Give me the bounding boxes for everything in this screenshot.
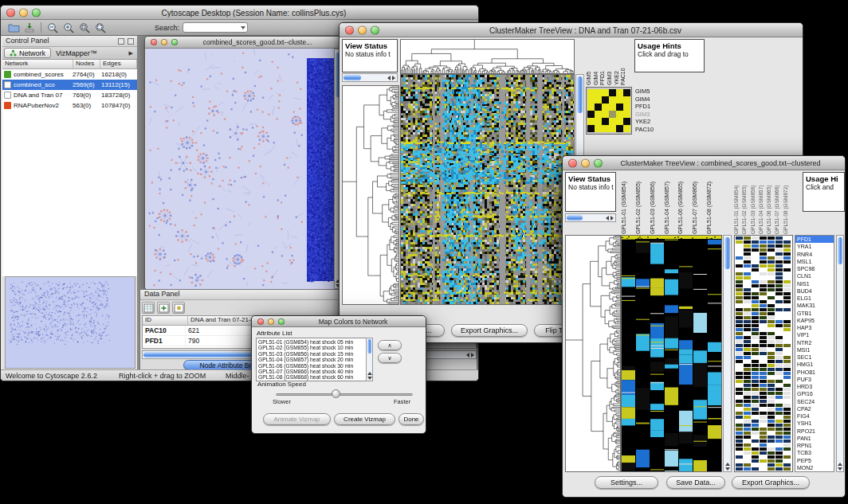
similarity-matrix-canvas[interactable] — [587, 88, 631, 134]
gene-label[interactable]: HRD3 — [795, 383, 834, 390]
select-attributes-icon[interactable] — [142, 302, 155, 314]
scrollbar-arrows[interactable] — [466, 351, 475, 358]
zoom-button[interactable] — [32, 8, 41, 17]
gene-label[interactable]: YRA1 — [795, 243, 834, 250]
attribute-item[interactable]: GPL51-02 (GSM855) heat shock 10 min — [258, 345, 372, 350]
network-list-row[interactable]: combined_scores 2764(0) 16218(0) — [2, 69, 137, 80]
gene-label[interactable]: YSH1 — [795, 420, 834, 427]
gene-label[interactable]: GPI16 — [795, 390, 834, 397]
col-network[interactable]: Network — [2, 60, 73, 68]
gene-label[interactable]: PAN1 — [795, 435, 834, 442]
tab-network[interactable]: Network — [4, 48, 51, 58]
zoom-button[interactable] — [171, 39, 178, 45]
network-list-row[interactable]: combined_sco 2569(6) 13112(15) — [2, 80, 137, 90]
gene-list-vscrollbar[interactable] — [836, 235, 844, 472]
zoom-selected-icon[interactable] — [77, 21, 92, 34]
attribute-item[interactable]: GPL51-03 (GSM856) heat shock 15 min — [258, 351, 372, 357]
row-dendrogram-canvas[interactable] — [566, 236, 620, 471]
hide-panel-icon[interactable] — [128, 38, 134, 45]
gene-label[interactable]: SEC1 — [795, 354, 834, 361]
scrollbar-thumb[interactable] — [724, 237, 730, 269]
gene-label[interactable]: SPC98 — [795, 265, 834, 272]
gene-label[interactable]: RNR4 — [795, 251, 834, 258]
minimize-button[interactable] — [581, 158, 590, 167]
gene-label[interactable]: PEP5 — [795, 457, 834, 464]
import-network-icon[interactable] — [22, 21, 37, 34]
gene-label[interactable]: VIP1 — [795, 331, 834, 338]
network-overview-panel[interactable] — [5, 276, 135, 369]
close-button[interactable] — [151, 39, 157, 45]
float-panel-icon[interactable] — [118, 38, 124, 45]
close-button[interactable] — [345, 25, 354, 34]
scrollbar-arrows[interactable] — [837, 463, 843, 471]
treeview1-titlebar[interactable]: ClusterMaker TreeView : DNA and Tran 07-… — [340, 23, 803, 37]
minimize-button[interactable] — [358, 25, 367, 34]
col-id[interactable]: ID — [143, 316, 188, 325]
gene-label[interactable]: PHO81 — [795, 369, 834, 376]
gene-label[interactable]: MON2 — [795, 464, 834, 471]
save-data-button[interactable]: Save Data... — [666, 476, 725, 489]
scrollbar-thumb[interactable] — [577, 76, 583, 113]
attribute-item[interactable]: GPL51-01 (GSM854) heat shock 05 min — [258, 339, 372, 345]
settings-button[interactable]: Settings... — [595, 476, 658, 489]
treeview2-titlebar[interactable]: ClusterMaker TreeView : combined_scores_… — [563, 156, 845, 170]
network-list-row[interactable]: DNA and Tran 07 769(0) 183728(0) — [2, 90, 137, 100]
tab-vizmapper[interactable]: VizMapper™ — [51, 49, 102, 58]
zoom-out-icon[interactable] — [45, 21, 61, 34]
scrollbar-arrows[interactable] — [387, 74, 396, 81]
attribute-list-scrollbar[interactable] — [366, 338, 373, 381]
close-button[interactable] — [6, 8, 15, 17]
gene-label[interactable]: CPA2 — [795, 405, 834, 412]
zoom-button[interactable] — [278, 318, 285, 325]
gene-label[interactable]: PUF3 — [795, 376, 834, 383]
move-up-button[interactable]: ∧ — [378, 340, 402, 350]
gene-label[interactable]: RPN1 — [795, 442, 834, 449]
slider-thumb[interactable] — [332, 389, 340, 398]
minimize-button[interactable] — [161, 39, 167, 45]
gene-label[interactable]: GTB1 — [795, 310, 834, 317]
gene-label[interactable]: SEC24 — [795, 398, 834, 405]
network-graph-canvas[interactable] — [146, 49, 334, 289]
open-session-icon[interactable] — [6, 21, 22, 34]
gene-label[interactable]: KAP95 — [795, 317, 834, 324]
gene-label[interactable]: TCB3 — [795, 449, 834, 456]
gene-label[interactable]: FIG4 — [795, 412, 834, 420]
attribute-item[interactable]: GPL51-06 (GSM865) heat shock 30 min — [258, 363, 372, 369]
close-button[interactable] — [257, 318, 264, 325]
attribute-batch-icon[interactable] — [172, 302, 185, 314]
gene-label[interactable]: HAP3 — [795, 324, 834, 331]
search-input[interactable] — [183, 28, 236, 37]
zoom-button[interactable] — [371, 25, 379, 34]
dialog-titlebar[interactable]: Map Colors to Network — [252, 316, 426, 327]
animate-vizmap-button[interactable]: Animate Vizmap — [263, 413, 331, 425]
tv2-vscrollbar[interactable] — [723, 235, 732, 472]
row-dendrogram-canvas[interactable] — [343, 86, 398, 304]
tab-overflow-button[interactable]: ▶ — [127, 50, 135, 57]
export-graphics-button[interactable]: Export Graphics... — [732, 476, 810, 489]
col-nodes[interactable]: Nodes — [73, 60, 100, 68]
gene-label[interactable]: MAK31 — [795, 302, 834, 309]
move-down-button[interactable]: ∨ — [378, 353, 402, 363]
scrollbar-arrows[interactable] — [724, 463, 731, 471]
col-edges[interactable]: Edges — [100, 60, 137, 68]
gene-label[interactable]: BUD4 — [795, 287, 834, 295]
gene-label[interactable]: NIS1 — [795, 280, 834, 287]
gene-label[interactable]: RPO21 — [795, 428, 834, 435]
tv2-hscrollbar[interactable] — [565, 213, 616, 222]
network-overview-canvas[interactable] — [6, 277, 135, 368]
done-button[interactable]: Done — [398, 413, 424, 425]
zoom-fit-icon[interactable] — [92, 21, 108, 34]
export-graphics-button[interactable]: Export Graphics... — [451, 324, 528, 337]
scrollbar-thumb[interactable] — [344, 75, 361, 80]
gene-label[interactable]: HMG1 — [795, 361, 834, 368]
main-titlebar[interactable]: Cytoscape Desktop (Session Name: collins… — [1, 6, 478, 20]
zoom-in-icon[interactable] — [61, 21, 77, 34]
attribute-item[interactable]: GPL51-08 (GSM868) heat shock 60 min — [258, 374, 372, 380]
gene-label[interactable]: PFD1 — [795, 236, 834, 243]
search-combo[interactable] — [183, 22, 248, 33]
close-button[interactable] — [568, 158, 577, 167]
summary-heatmap-canvas[interactable] — [735, 236, 792, 471]
scrollbar-thumb[interactable] — [838, 237, 842, 264]
gene-label[interactable]: CLN1 — [795, 272, 834, 279]
column-dendrogram-canvas[interactable] — [401, 40, 574, 73]
